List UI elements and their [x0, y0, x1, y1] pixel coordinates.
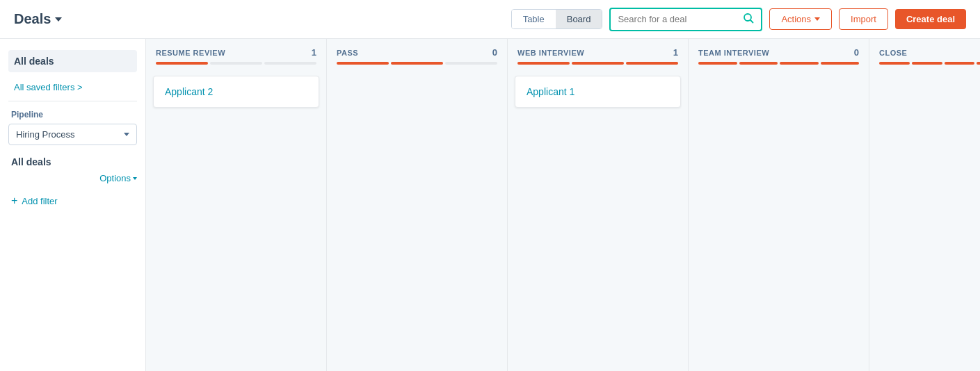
- column-header-pass: PASS0: [327, 39, 507, 62]
- deal-card[interactable]: Applicant 1: [515, 76, 681, 108]
- create-deal-button[interactable]: Create deal: [895, 9, 966, 29]
- column-cards-web-interview: Applicant 1: [508, 72, 688, 117]
- board-view-button[interactable]: Board: [556, 10, 602, 28]
- progress-segment: [210, 62, 262, 65]
- column-cards-team-interview: [689, 72, 869, 80]
- progress-segment: [912, 62, 942, 65]
- sidebar-saved-filters[interactable]: All saved filters >: [8, 78, 137, 101]
- pipeline-dropdown[interactable]: Hiring Process: [8, 124, 137, 145]
- progress-segment: [264, 62, 316, 65]
- deal-card[interactable]: Applicant 2: [153, 76, 319, 108]
- column-title-pass: PASS: [337, 49, 358, 57]
- column-title-resume-review: RESUME REVIEW: [156, 49, 225, 57]
- column-header-team-interview: TEAM INTERVIEW0: [689, 39, 869, 62]
- column-title-close: CLOSE: [879, 49, 907, 57]
- search-icon: [743, 13, 754, 26]
- top-header: Deals Table Board Actions Import Create …: [0, 0, 980, 39]
- progress-segment: [698, 62, 737, 65]
- column-progress-team-interview: [698, 62, 859, 65]
- plus-icon: +: [11, 195, 17, 207]
- deal-card-name: Applicant 1: [527, 86, 669, 97]
- deal-card-name: Applicant 2: [165, 86, 307, 97]
- sidebar-options-row: Options: [8, 173, 137, 183]
- column-cards-resume-review: Applicant 2: [146, 72, 326, 117]
- search-box: [609, 8, 762, 31]
- progress-segment: [626, 62, 678, 65]
- progress-segment: [821, 62, 860, 65]
- progress-segment: [572, 62, 624, 65]
- options-button[interactable]: Options: [99, 173, 137, 183]
- deals-dropdown-icon[interactable]: [55, 17, 62, 22]
- progress-segment: [391, 62, 443, 65]
- sidebar-all-deals[interactable]: All deals: [8, 50, 137, 72]
- board-column-web-interview: WEB INTERVIEW1Applicant 1: [508, 39, 689, 371]
- deals-title-text: Deals: [14, 11, 51, 27]
- column-cards-pass: [327, 72, 507, 80]
- column-count-web-interview: 1: [673, 47, 678, 58]
- progress-segment: [780, 62, 819, 65]
- column-count-pass: 0: [492, 47, 497, 58]
- actions-button[interactable]: Actions: [769, 8, 832, 30]
- column-progress-pass: [337, 62, 497, 65]
- board-column-resume-review: RESUME REVIEW1Applicant 2: [146, 39, 327, 371]
- actions-chevron-icon: [814, 17, 820, 21]
- column-cards-close: [869, 72, 980, 80]
- pipeline-section-label: Pipeline: [8, 110, 137, 119]
- search-input[interactable]: [618, 14, 743, 24]
- progress-segment: [739, 62, 778, 65]
- progress-segment: [977, 62, 980, 65]
- column-progress-web-interview: [517, 62, 678, 65]
- progress-segment: [337, 62, 389, 65]
- progress-segment: [517, 62, 570, 65]
- add-filter-button[interactable]: + Add filter: [8, 192, 61, 210]
- pipeline-chevron-icon: [124, 133, 129, 136]
- column-progress-close: [879, 62, 980, 65]
- options-label: Options: [99, 173, 131, 183]
- column-title-web-interview: WEB INTERVIEW: [517, 49, 584, 57]
- column-header-resume-review: RESUME REVIEW1: [146, 39, 326, 62]
- column-count-resume-review: 1: [312, 47, 316, 58]
- progress-segment: [879, 62, 910, 65]
- progress-segment: [445, 62, 497, 65]
- board-columns: RESUME REVIEW1Applicant 2PASS0WEB INTERV…: [146, 39, 980, 371]
- column-header-web-interview: WEB INTERVIEW1: [508, 39, 688, 62]
- column-title-team-interview: TEAM INTERVIEW: [698, 49, 769, 57]
- board-area: RESUME REVIEW1Applicant 2PASS0WEB INTERV…: [146, 39, 980, 371]
- column-count-team-interview: 0: [854, 47, 859, 58]
- add-filter-label: Add filter: [22, 196, 57, 206]
- options-chevron-icon: [133, 177, 137, 180]
- sidebar: All deals All saved filters > Pipeline H…: [0, 39, 146, 371]
- progress-segment: [156, 62, 208, 65]
- import-button[interactable]: Import: [839, 8, 888, 30]
- progress-segment: [945, 62, 975, 65]
- column-progress-resume-review: [156, 62, 316, 65]
- page-title: Deals: [14, 11, 62, 27]
- board-column-team-interview: TEAM INTERVIEW0: [689, 39, 869, 371]
- table-view-button[interactable]: Table: [512, 10, 556, 28]
- view-toggle: Table Board: [511, 9, 603, 29]
- header-controls: Table Board Actions Import Create deal: [511, 8, 966, 31]
- sidebar-all-deals-section: All deals: [8, 156, 137, 167]
- column-header-close: CLOSE0: [869, 39, 980, 62]
- actions-label: Actions: [781, 14, 811, 24]
- svg-line-1: [750, 20, 753, 23]
- main-layout: All deals All saved filters > Pipeline H…: [0, 39, 980, 371]
- board-column-pass: PASS0: [327, 39, 508, 371]
- pipeline-selected-text: Hiring Process: [16, 129, 75, 140]
- board-column-close: CLOSE0: [869, 39, 980, 371]
